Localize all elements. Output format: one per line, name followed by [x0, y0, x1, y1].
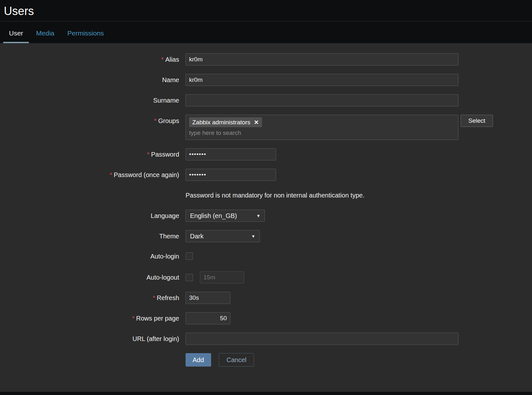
actions-field: Add Cancel [186, 353, 254, 367]
refresh-row: *Refresh [0, 292, 532, 304]
users-page: Users User Media Permissions *Alias Name [0, 0, 532, 395]
groups-label: *Groups [0, 115, 179, 127]
theme-label-text: Theme [159, 233, 179, 240]
name-field [186, 74, 458, 86]
password-label-text: Password [151, 151, 179, 158]
alias-input[interactable] [186, 53, 458, 66]
tab-media[interactable]: Media [30, 21, 60, 43]
surname-label: Surname [0, 94, 179, 106]
cancel-button[interactable]: Cancel [219, 353, 254, 367]
rows-per-page-input[interactable] [186, 312, 230, 324]
auto-logout-checkbox[interactable] [186, 274, 193, 281]
theme-select[interactable]: Dark ▼ [186, 230, 260, 242]
surname-label-text: Surname [153, 97, 179, 104]
url-row: URL (after login) [0, 333, 532, 345]
password-note: Password is not mandatory for non intern… [186, 192, 364, 199]
alias-label: *Alias [0, 53, 179, 66]
alias-field [186, 53, 458, 66]
theme-row: Theme Dark ▼ [0, 230, 532, 242]
refresh-label: *Refresh [0, 292, 179, 304]
surname-input[interactable] [186, 94, 458, 106]
auto-login-checkbox[interactable] [186, 252, 193, 260]
auto-logout-label-text: Auto-logout [147, 274, 179, 281]
groups-multiselect[interactable]: Zabbix administrators ✕ [186, 115, 458, 140]
theme-selected-value: Dark [190, 233, 203, 240]
auto-logout-row: Auto-logout [0, 271, 532, 283]
password-again-label-text: Password (once again) [114, 171, 179, 178]
surname-row: Surname [0, 94, 532, 106]
groups-row: *Groups Zabbix administrators ✕ Select [0, 115, 532, 140]
refresh-input[interactable] [186, 292, 230, 304]
user-form-panel: *Alias Name Surname *Gr [0, 43, 532, 392]
auto-login-label: Auto-login [0, 252, 179, 260]
groups-select-button[interactable]: Select [461, 115, 493, 127]
language-select[interactable]: English (en_GB) ▼ [186, 210, 265, 222]
add-button[interactable]: Add [186, 353, 211, 367]
actions-row: Add Cancel [0, 353, 532, 367]
alias-label-text: Alias [165, 56, 179, 63]
password-note-field: Password is not mandatory for non intern… [186, 189, 364, 201]
alias-row: *Alias [0, 53, 532, 66]
name-label: Name [0, 74, 179, 86]
auto-login-row: Auto-login [0, 252, 532, 261]
language-row: Language English (en_GB) ▼ [0, 210, 532, 222]
url-label: URL (after login) [0, 333, 179, 345]
url-input[interactable] [186, 333, 458, 345]
password-again-label: *Password (once again) [0, 169, 179, 181]
name-input[interactable] [186, 74, 458, 86]
theme-label: Theme [0, 230, 179, 242]
password-again-input[interactable] [186, 169, 276, 181]
chip-close-icon[interactable]: ✕ [254, 120, 259, 125]
tab-user[interactable]: User [3, 21, 29, 43]
rows-per-page-row: *Rows per page [0, 312, 532, 324]
required-asterisk: * [154, 117, 157, 124]
required-asterisk: * [110, 171, 112, 178]
auto-logout-label: Auto-logout [0, 271, 179, 283]
tab-permissions[interactable]: Permissions [61, 21, 109, 43]
required-asterisk: * [147, 151, 149, 158]
language-label-text: Language [151, 212, 179, 219]
required-asterisk: * [161, 56, 164, 63]
groups-field: Zabbix administrators ✕ Select [186, 115, 493, 140]
password-row: *Password [0, 148, 532, 160]
password-input[interactable] [186, 148, 276, 160]
user-form: *Alias Name Surname *Gr [0, 53, 532, 367]
language-selected-value: English (en_GB) [190, 212, 237, 220]
group-chip-label: Zabbix administrators [192, 119, 250, 126]
password-note-row: Password is not mandatory for non intern… [0, 189, 532, 201]
theme-field: Dark ▼ [186, 230, 260, 242]
rows-per-page-label: *Rows per page [0, 312, 179, 324]
dropdown-arrow-icon: ▼ [253, 213, 260, 218]
required-asterisk: * [132, 315, 135, 322]
refresh-field [186, 292, 230, 304]
name-row: Name [0, 74, 532, 86]
name-label-text: Name [162, 76, 179, 83]
group-chip: Zabbix administrators ✕ [189, 117, 262, 127]
required-asterisk: * [153, 294, 155, 301]
auto-login-label-text: Auto-login [150, 253, 179, 260]
url-field [186, 333, 458, 345]
surname-field [186, 94, 458, 106]
rows-per-page-label-text: Rows per page [136, 315, 179, 322]
page-header: Users [0, 0, 532, 21]
language-label: Language [0, 210, 179, 222]
auto-login-field [186, 252, 193, 261]
dropdown-arrow-icon: ▼ [248, 234, 255, 239]
auto-logout-period-input[interactable] [200, 271, 244, 283]
language-field: English (en_GB) ▼ [186, 210, 265, 222]
groups-label-text: Groups [158, 117, 179, 124]
page-title: Users [0, 0, 532, 21]
groups-search-input[interactable] [189, 128, 349, 137]
auto-logout-field [186, 271, 244, 283]
rows-per-page-field [186, 312, 230, 324]
password-field [186, 148, 276, 160]
password-again-row: *Password (once again) [0, 169, 532, 181]
refresh-label-text: Refresh [157, 294, 179, 301]
tab-bar: User Media Permissions [0, 21, 532, 43]
password-again-field [186, 169, 276, 181]
password-label: *Password [0, 148, 179, 160]
url-label-text: URL (after login) [132, 335, 179, 342]
